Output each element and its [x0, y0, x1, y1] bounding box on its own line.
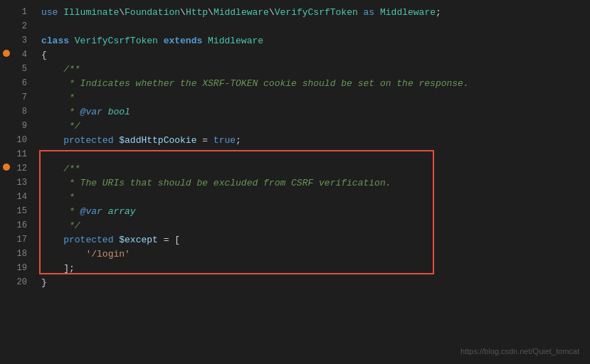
line-number: 5	[13, 64, 38, 74]
line-number: 13	[13, 178, 38, 188]
line-number: 20	[13, 277, 38, 287]
gutter-icon	[0, 164, 13, 171]
code-token: array	[102, 206, 136, 217]
code-token: \	[180, 7, 186, 18]
code-token: Middleware	[214, 7, 269, 18]
code-line: 18 '/login'	[0, 249, 590, 263]
line-number: 12	[13, 164, 38, 173]
code-token: \	[269, 7, 275, 18]
code-token: * The URIs that should be excluded from …	[41, 178, 391, 188]
code-token: extends	[158, 36, 208, 46]
line-number: 6	[13, 78, 38, 88]
code-token: as	[358, 7, 380, 18]
code-token: bool	[102, 107, 130, 117]
code-token: @var	[80, 107, 102, 117]
code-token: }	[41, 277, 47, 288]
code-token: VerifyCsrfToken	[75, 36, 158, 46]
line-code: */	[38, 220, 590, 231]
code-line: 13 * The URIs that should be excluded fr…	[0, 178, 590, 192]
code-token: @var	[80, 206, 102, 217]
code-lines: 1use Illuminate\Foundation\Http\Middlewa…	[0, 7, 590, 291]
code-token: /**	[41, 64, 80, 75]
code-token	[41, 235, 63, 245]
line-code: /**	[38, 164, 590, 174]
line-number: 19	[13, 263, 38, 273]
code-line: 2	[0, 21, 590, 36]
code-token: {	[41, 50, 47, 60]
line-code: protected $except = [	[38, 235, 590, 245]
line-code: *	[38, 192, 590, 203]
code-token: Foundation	[125, 7, 180, 18]
code-line: 19 ];	[0, 263, 590, 277]
code-line: 3class VerifyCsrfToken extends Middlewar…	[0, 36, 590, 50]
line-number: 10	[13, 135, 38, 145]
code-token	[41, 135, 63, 146]
code-token: ;	[236, 135, 241, 146]
code-line: 1use Illuminate\Foundation\Http\Middlewa…	[0, 7, 590, 21]
line-number: 8	[13, 107, 38, 117]
code-line: 9 */	[0, 121, 590, 135]
code-token: *	[41, 107, 80, 117]
line-number: 15	[13, 206, 38, 216]
line-number: 1	[13, 7, 38, 17]
line-number: 18	[13, 249, 38, 259]
line-code: protected $addHttpCookie = true;	[38, 135, 590, 146]
code-line: 5 /**	[0, 64, 590, 78]
code-line: 10 protected $addHttpCookie = true;	[0, 135, 590, 149]
watermark: https://blog.csdn.net/Quiet_tomcat	[460, 347, 579, 355]
code-token: */	[41, 220, 80, 231]
code-token: \	[208, 7, 214, 18]
line-number: 17	[13, 235, 38, 245]
code-token: class	[41, 36, 75, 46]
code-line: 16 */	[0, 220, 590, 235]
code-line: 11	[0, 149, 590, 164]
line-code: *	[38, 92, 590, 103]
code-token: ];	[41, 263, 75, 274]
line-number: 11	[13, 149, 38, 159]
code-token: *	[41, 192, 75, 203]
code-token: *	[41, 92, 75, 103]
line-code: '/login'	[38, 249, 590, 259]
code-token: Middleware	[208, 36, 263, 46]
code-editor: 1use Illuminate\Foundation\Http\Middlewa…	[0, 0, 590, 364]
code-token: */	[41, 121, 80, 132]
code-token: Http	[186, 7, 208, 18]
line-code: * @var bool	[38, 107, 590, 117]
code-token: ;	[436, 7, 441, 18]
code-line: 17 protected $except = [	[0, 235, 590, 249]
line-number: 2	[13, 21, 38, 31]
code-token: \	[119, 7, 125, 18]
code-token: VerifyCsrfToken	[275, 7, 358, 18]
code-token: '/login'	[85, 249, 130, 259]
code-token: use	[41, 7, 63, 18]
gutter-icon	[0, 50, 13, 57]
line-code: {	[38, 50, 590, 60]
code-token: /**	[41, 164, 80, 174]
code-token: =	[196, 135, 213, 146]
line-code: ];	[38, 263, 590, 274]
code-line: 14 *	[0, 192, 590, 206]
code-token: *	[41, 206, 80, 217]
line-code: */	[38, 121, 590, 132]
line-code: /**	[38, 64, 590, 75]
line-number: 3	[13, 36, 38, 46]
code-line: 8 * @var bool	[0, 107, 590, 121]
line-code: * Indicates whether the XSRF-TOKEN cooki…	[38, 78, 590, 89]
code-token: protected	[63, 135, 119, 146]
code-token: * Indicates whether the XSRF-TOKEN cooki…	[41, 78, 469, 89]
code-token: Illuminate	[63, 7, 119, 18]
code-token: $except	[119, 235, 158, 245]
code-line: 7 *	[0, 92, 590, 107]
line-number: 7	[13, 92, 38, 102]
line-code: use Illuminate\Foundation\Http\Middlewar…	[38, 7, 590, 18]
code-token: Middleware	[380, 7, 436, 18]
line-code: * The URIs that should be excluded from …	[38, 178, 590, 188]
line-code: }	[38, 277, 590, 288]
line-number: 9	[13, 121, 38, 131]
code-token: protected	[63, 235, 119, 245]
line-code: class VerifyCsrfToken extends Middleware	[38, 36, 590, 46]
breakpoint-dot	[3, 50, 10, 57]
line-number: 16	[13, 220, 38, 230]
line-code: * @var array	[38, 206, 590, 217]
code-line: 4{	[0, 50, 590, 64]
